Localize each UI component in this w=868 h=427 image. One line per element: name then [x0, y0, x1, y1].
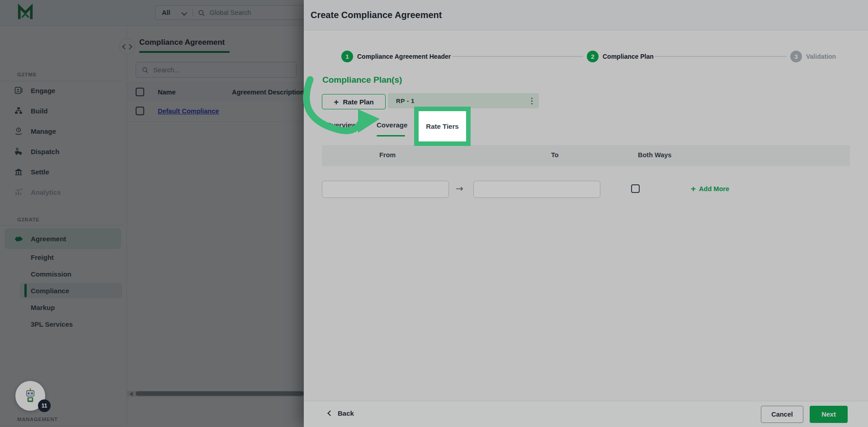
notification-badge: 11: [38, 399, 51, 412]
tab-coverage[interactable]: Coverage: [377, 121, 407, 129]
step-connector: [655, 56, 787, 57]
plus-icon: [334, 98, 339, 106]
robot-mascot-icon: [22, 387, 39, 404]
rate-plan-tab-rp-1[interactable]: RP - 1: [388, 93, 539, 108]
drawer-footer: Back Cancel Next: [304, 401, 868, 427]
highlight-label: Rate Tiers: [426, 122, 458, 130]
arrow-right-icon: →: [456, 183, 463, 194]
from-input[interactable]: [322, 181, 449, 198]
kebab-menu-icon[interactable]: [530, 97, 533, 105]
next-button[interactable]: Next: [810, 406, 848, 423]
create-compliance-agreement-drawer: Create Compliance Agreement 1 Compliance…: [304, 0, 868, 427]
rate-tiers-highlight-box: Rate Tiers: [414, 107, 471, 146]
step-1-label: Compliance Agreement Header: [357, 53, 451, 60]
step-3-indicator[interactable]: 3: [790, 51, 802, 62]
add-rate-plan-button[interactable]: Rate Plan: [322, 94, 386, 109]
step-2-indicator[interactable]: 2: [587, 51, 599, 62]
to-input[interactable]: [473, 181, 600, 198]
coverage-table-header: From To Both Ways: [322, 145, 850, 166]
tab-overview[interactable]: Overview: [326, 121, 357, 129]
step-3-label: Validation: [806, 53, 836, 60]
compliance-plans-heading: Compliance Plan(s): [322, 75, 402, 85]
cancel-button[interactable]: Cancel: [761, 406, 803, 423]
add-more-label: Add More: [699, 185, 729, 192]
plus-icon: [691, 184, 696, 193]
rate-plan-tab-label: RP - 1: [396, 98, 415, 104]
screen: All G2TMS Engage Build: [0, 0, 868, 427]
both-ways-checkbox[interactable]: [631, 184, 640, 193]
rate-plan-button-label: Rate Plan: [343, 98, 373, 106]
active-tab-underline: [377, 135, 405, 136]
step-2-label: Compliance Plan: [603, 53, 654, 60]
back-button[interactable]: Back: [328, 409, 354, 417]
column-header-from: From: [379, 151, 396, 159]
back-button-label: Back: [338, 409, 354, 417]
step-1-indicator[interactable]: 1: [341, 51, 353, 62]
column-header-both-ways: Both Ways: [638, 151, 671, 159]
chevron-left-icon: [327, 410, 333, 416]
drawer-title: Create Compliance Agreement: [311, 10, 442, 20]
add-more-button[interactable]: Add More: [691, 184, 729, 193]
column-header-to: To: [551, 151, 559, 159]
drawer-header: Create Compliance Agreement: [304, 0, 868, 30]
step-connector: [452, 56, 583, 57]
